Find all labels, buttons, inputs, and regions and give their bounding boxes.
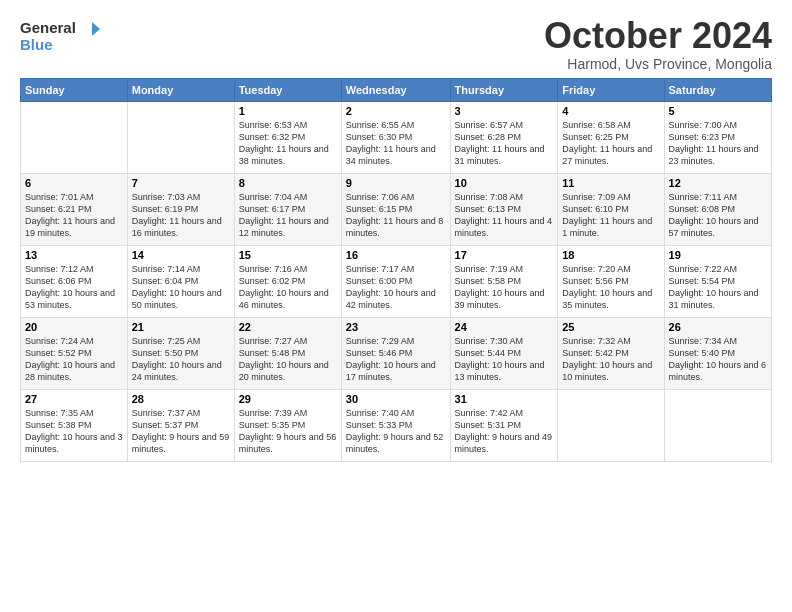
col-friday: Friday [558, 78, 664, 101]
day-number: 31 [455, 393, 554, 405]
col-wednesday: Wednesday [341, 78, 450, 101]
calendar-cell-0-6: 5Sunrise: 7:00 AMSunset: 6:23 PMDaylight… [664, 101, 771, 173]
calendar-cell-4-6 [664, 389, 771, 461]
day-number: 9 [346, 177, 446, 189]
day-number: 12 [669, 177, 767, 189]
calendar-cell-3-2: 22Sunrise: 7:27 AMSunset: 5:48 PMDayligh… [234, 317, 341, 389]
day-number: 7 [132, 177, 230, 189]
cell-content: Sunrise: 7:09 AMSunset: 6:10 PMDaylight:… [562, 192, 652, 238]
day-number: 6 [25, 177, 123, 189]
col-thursday: Thursday [450, 78, 558, 101]
calendar-cell-4-1: 28Sunrise: 7:37 AMSunset: 5:37 PMDayligh… [127, 389, 234, 461]
calendar-cell-1-1: 7Sunrise: 7:03 AMSunset: 6:19 PMDaylight… [127, 173, 234, 245]
calendar-cell-0-3: 2Sunrise: 6:55 AMSunset: 6:30 PMDaylight… [341, 101, 450, 173]
title-block: October 2024 Harmod, Uvs Province, Mongo… [544, 16, 772, 72]
cell-content: Sunrise: 7:27 AMSunset: 5:48 PMDaylight:… [239, 336, 329, 382]
day-number: 18 [562, 249, 659, 261]
day-number: 5 [669, 105, 767, 117]
day-number: 21 [132, 321, 230, 333]
calendar-cell-1-6: 12Sunrise: 7:11 AMSunset: 6:08 PMDayligh… [664, 173, 771, 245]
calendar-week-0: 1Sunrise: 6:53 AMSunset: 6:32 PMDaylight… [21, 101, 772, 173]
cell-content: Sunrise: 7:12 AMSunset: 6:06 PMDaylight:… [25, 264, 115, 310]
day-number: 17 [455, 249, 554, 261]
calendar-week-1: 6Sunrise: 7:01 AMSunset: 6:21 PMDaylight… [21, 173, 772, 245]
calendar-cell-2-4: 17Sunrise: 7:19 AMSunset: 5:58 PMDayligh… [450, 245, 558, 317]
calendar-cell-3-5: 25Sunrise: 7:32 AMSunset: 5:42 PMDayligh… [558, 317, 664, 389]
col-tuesday: Tuesday [234, 78, 341, 101]
calendar-cell-0-5: 4Sunrise: 6:58 AMSunset: 6:25 PMDaylight… [558, 101, 664, 173]
cell-content: Sunrise: 6:55 AMSunset: 6:30 PMDaylight:… [346, 120, 436, 166]
cell-content: Sunrise: 7:22 AMSunset: 5:54 PMDaylight:… [669, 264, 759, 310]
logo-svg: General Blue [20, 16, 100, 54]
cell-content: Sunrise: 7:20 AMSunset: 5:56 PMDaylight:… [562, 264, 652, 310]
calendar-cell-4-2: 29Sunrise: 7:39 AMSunset: 5:35 PMDayligh… [234, 389, 341, 461]
calendar-cell-2-1: 14Sunrise: 7:14 AMSunset: 6:04 PMDayligh… [127, 245, 234, 317]
cell-content: Sunrise: 7:35 AMSunset: 5:38 PMDaylight:… [25, 408, 123, 454]
day-number: 27 [25, 393, 123, 405]
cell-content: Sunrise: 7:16 AMSunset: 6:02 PMDaylight:… [239, 264, 329, 310]
calendar-cell-3-6: 26Sunrise: 7:34 AMSunset: 5:40 PMDayligh… [664, 317, 771, 389]
day-number: 2 [346, 105, 446, 117]
cell-content: Sunrise: 7:39 AMSunset: 5:35 PMDaylight:… [239, 408, 337, 454]
month-title: October 2024 [544, 16, 772, 56]
calendar-cell-4-4: 31Sunrise: 7:42 AMSunset: 5:31 PMDayligh… [450, 389, 558, 461]
day-number: 4 [562, 105, 659, 117]
cell-content: Sunrise: 7:42 AMSunset: 5:31 PMDaylight:… [455, 408, 553, 454]
calendar-cell-4-3: 30Sunrise: 7:40 AMSunset: 5:33 PMDayligh… [341, 389, 450, 461]
cell-content: Sunrise: 7:01 AMSunset: 6:21 PMDaylight:… [25, 192, 115, 238]
cell-content: Sunrise: 7:04 AMSunset: 6:17 PMDaylight:… [239, 192, 329, 238]
day-number: 11 [562, 177, 659, 189]
calendar-cell-1-3: 9Sunrise: 7:06 AMSunset: 6:15 PMDaylight… [341, 173, 450, 245]
day-number: 24 [455, 321, 554, 333]
logo: General Blue [20, 16, 100, 54]
day-number: 14 [132, 249, 230, 261]
day-number: 26 [669, 321, 767, 333]
calendar-cell-1-5: 11Sunrise: 7:09 AMSunset: 6:10 PMDayligh… [558, 173, 664, 245]
calendar-cell-2-2: 15Sunrise: 7:16 AMSunset: 6:02 PMDayligh… [234, 245, 341, 317]
cell-content: Sunrise: 7:17 AMSunset: 6:00 PMDaylight:… [346, 264, 436, 310]
col-saturday: Saturday [664, 78, 771, 101]
location: Harmod, Uvs Province, Mongolia [544, 56, 772, 72]
day-number: 30 [346, 393, 446, 405]
day-number: 15 [239, 249, 337, 261]
day-number: 29 [239, 393, 337, 405]
col-sunday: Sunday [21, 78, 128, 101]
cell-content: Sunrise: 6:57 AMSunset: 6:28 PMDaylight:… [455, 120, 545, 166]
day-number: 13 [25, 249, 123, 261]
day-number: 3 [455, 105, 554, 117]
cell-content: Sunrise: 7:30 AMSunset: 5:44 PMDaylight:… [455, 336, 545, 382]
cell-content: Sunrise: 7:24 AMSunset: 5:52 PMDaylight:… [25, 336, 115, 382]
cell-content: Sunrise: 7:11 AMSunset: 6:08 PMDaylight:… [669, 192, 759, 238]
day-number: 25 [562, 321, 659, 333]
calendar-week-4: 27Sunrise: 7:35 AMSunset: 5:38 PMDayligh… [21, 389, 772, 461]
day-number: 19 [669, 249, 767, 261]
cell-content: Sunrise: 6:58 AMSunset: 6:25 PMDaylight:… [562, 120, 652, 166]
page: General Blue October 2024 Harmod, Uvs Pr… [0, 0, 792, 472]
calendar-cell-3-4: 24Sunrise: 7:30 AMSunset: 5:44 PMDayligh… [450, 317, 558, 389]
cell-content: Sunrise: 7:00 AMSunset: 6:23 PMDaylight:… [669, 120, 759, 166]
header-row: Sunday Monday Tuesday Wednesday Thursday… [21, 78, 772, 101]
cell-content: Sunrise: 7:40 AMSunset: 5:33 PMDaylight:… [346, 408, 444, 454]
day-number: 28 [132, 393, 230, 405]
col-monday: Monday [127, 78, 234, 101]
day-number: 8 [239, 177, 337, 189]
calendar-cell-0-1 [127, 101, 234, 173]
calendar-cell-4-0: 27Sunrise: 7:35 AMSunset: 5:38 PMDayligh… [21, 389, 128, 461]
svg-marker-2 [92, 22, 100, 36]
svg-text:General: General [20, 19, 76, 36]
svg-text:Blue: Blue [20, 36, 53, 53]
calendar-cell-1-4: 10Sunrise: 7:08 AMSunset: 6:13 PMDayligh… [450, 173, 558, 245]
calendar-week-3: 20Sunrise: 7:24 AMSunset: 5:52 PMDayligh… [21, 317, 772, 389]
cell-content: Sunrise: 7:03 AMSunset: 6:19 PMDaylight:… [132, 192, 222, 238]
calendar-cell-2-3: 16Sunrise: 7:17 AMSunset: 6:00 PMDayligh… [341, 245, 450, 317]
calendar-cell-3-1: 21Sunrise: 7:25 AMSunset: 5:50 PMDayligh… [127, 317, 234, 389]
calendar-cell-3-3: 23Sunrise: 7:29 AMSunset: 5:46 PMDayligh… [341, 317, 450, 389]
day-number: 20 [25, 321, 123, 333]
calendar-cell-0-0 [21, 101, 128, 173]
day-number: 16 [346, 249, 446, 261]
cell-content: Sunrise: 7:34 AMSunset: 5:40 PMDaylight:… [669, 336, 767, 382]
calendar-week-2: 13Sunrise: 7:12 AMSunset: 6:06 PMDayligh… [21, 245, 772, 317]
calendar-cell-0-4: 3Sunrise: 6:57 AMSunset: 6:28 PMDaylight… [450, 101, 558, 173]
calendar-cell-1-0: 6Sunrise: 7:01 AMSunset: 6:21 PMDaylight… [21, 173, 128, 245]
day-number: 1 [239, 105, 337, 117]
